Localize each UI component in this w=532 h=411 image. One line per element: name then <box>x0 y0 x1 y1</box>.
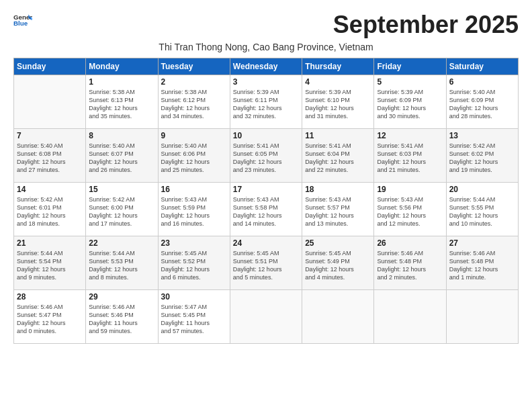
col-sunday: Sunday <box>14 58 86 75</box>
table-row: 29Sunrise: 5:46 AM Sunset: 5:46 PM Dayli… <box>86 290 158 344</box>
table-row: 6Sunrise: 5:40 AM Sunset: 6:09 PM Daylig… <box>446 75 518 129</box>
svg-text:Blue: Blue <box>13 19 28 27</box>
table-row: 5Sunrise: 5:39 AM Sunset: 6:09 PM Daylig… <box>374 75 446 129</box>
table-row: 8Sunrise: 5:40 AM Sunset: 6:07 PM Daylig… <box>86 129 158 183</box>
table-row: 17Sunrise: 5:43 AM Sunset: 5:58 PM Dayli… <box>230 183 302 236</box>
table-row: 13Sunrise: 5:42 AM Sunset: 6:02 PM Dayli… <box>446 129 518 183</box>
table-row: 21Sunrise: 5:44 AM Sunset: 5:54 PM Dayli… <box>14 236 86 290</box>
day-number: 30 <box>161 292 227 302</box>
table-row: 4Sunrise: 5:39 AM Sunset: 6:10 PM Daylig… <box>302 75 374 129</box>
day-number: 15 <box>89 185 154 194</box>
day-number: 29 <box>89 292 154 302</box>
day-number: 3 <box>233 77 299 87</box>
day-info: Sunrise: 5:40 AM Sunset: 6:07 PM Dayligh… <box>89 142 154 175</box>
table-row: 27Sunrise: 5:46 AM Sunset: 5:48 PM Dayli… <box>446 236 518 290</box>
table-row: 9Sunrise: 5:40 AM Sunset: 6:06 PM Daylig… <box>158 129 230 183</box>
col-friday: Friday <box>374 58 446 75</box>
day-number: 27 <box>449 238 515 248</box>
page: General Blue September 2025 Thi Tran Tho… <box>0 0 532 351</box>
table-row <box>230 290 302 344</box>
day-info: Sunrise: 5:38 AM Sunset: 6:12 PM Dayligh… <box>161 88 227 121</box>
table-row: 18Sunrise: 5:43 AM Sunset: 5:57 PM Dayli… <box>302 183 374 236</box>
day-info: Sunrise: 5:45 AM Sunset: 5:51 PM Dayligh… <box>233 249 299 282</box>
day-info: Sunrise: 5:45 AM Sunset: 5:49 PM Dayligh… <box>305 249 371 282</box>
table-row: 26Sunrise: 5:46 AM Sunset: 5:48 PM Dayli… <box>374 236 446 290</box>
table-row: 11Sunrise: 5:41 AM Sunset: 6:04 PM Dayli… <box>302 129 374 183</box>
day-info: Sunrise: 5:42 AM Sunset: 6:02 PM Dayligh… <box>449 142 515 175</box>
day-info: Sunrise: 5:40 AM Sunset: 6:08 PM Dayligh… <box>17 142 83 175</box>
table-row <box>14 75 86 129</box>
day-number: 14 <box>17 185 83 194</box>
table-row: 19Sunrise: 5:43 AM Sunset: 5:56 PM Dayli… <box>374 183 446 236</box>
day-info: Sunrise: 5:44 AM Sunset: 5:53 PM Dayligh… <box>89 249 154 282</box>
table-row: 12Sunrise: 5:41 AM Sunset: 6:03 PM Dayli… <box>374 129 446 183</box>
table-row: 23Sunrise: 5:45 AM Sunset: 5:52 PM Dayli… <box>158 236 230 290</box>
day-info: Sunrise: 5:39 AM Sunset: 6:11 PM Dayligh… <box>233 88 299 121</box>
table-row: 14Sunrise: 5:42 AM Sunset: 6:01 PM Dayli… <box>14 183 86 236</box>
calendar-week-row: 28Sunrise: 5:46 AM Sunset: 5:47 PM Dayli… <box>14 290 519 344</box>
table-row: 2Sunrise: 5:38 AM Sunset: 6:12 PM Daylig… <box>158 75 230 129</box>
table-row <box>374 290 446 344</box>
day-info: Sunrise: 5:42 AM Sunset: 6:01 PM Dayligh… <box>17 195 83 228</box>
day-number: 9 <box>161 131 227 140</box>
day-number: 21 <box>17 238 83 248</box>
day-info: Sunrise: 5:43 AM Sunset: 5:58 PM Dayligh… <box>233 195 299 228</box>
table-row: 16Sunrise: 5:43 AM Sunset: 5:59 PM Dayli… <box>158 183 230 236</box>
day-info: Sunrise: 5:45 AM Sunset: 5:52 PM Dayligh… <box>161 249 227 282</box>
day-info: Sunrise: 5:38 AM Sunset: 6:13 PM Dayligh… <box>89 88 154 121</box>
header-top: General Blue September 2025 <box>13 11 519 39</box>
day-number: 22 <box>89 238 154 248</box>
day-number: 6 <box>449 77 515 87</box>
day-info: Sunrise: 5:41 AM Sunset: 6:05 PM Dayligh… <box>233 142 299 175</box>
day-number: 16 <box>161 185 227 194</box>
day-info: Sunrise: 5:41 AM Sunset: 6:03 PM Dayligh… <box>377 142 443 175</box>
table-row: 20Sunrise: 5:44 AM Sunset: 5:55 PM Dayli… <box>446 183 518 236</box>
table-row: 7Sunrise: 5:40 AM Sunset: 6:08 PM Daylig… <box>14 129 86 183</box>
day-number: 18 <box>305 185 371 194</box>
table-row: 10Sunrise: 5:41 AM Sunset: 6:05 PM Dayli… <box>230 129 302 183</box>
day-info: Sunrise: 5:41 AM Sunset: 6:04 PM Dayligh… <box>305 142 371 175</box>
day-info: Sunrise: 5:43 AM Sunset: 5:56 PM Dayligh… <box>377 195 443 228</box>
day-info: Sunrise: 5:39 AM Sunset: 6:10 PM Dayligh… <box>305 88 371 121</box>
day-number: 19 <box>377 185 443 194</box>
day-number: 5 <box>377 77 443 87</box>
day-number: 1 <box>89 77 154 87</box>
day-info: Sunrise: 5:40 AM Sunset: 6:09 PM Dayligh… <box>449 88 515 121</box>
col-wednesday: Wednesday <box>230 58 302 75</box>
day-number: 23 <box>161 238 227 248</box>
col-saturday: Saturday <box>446 58 518 75</box>
day-number: 11 <box>305 131 371 140</box>
subtitle: Thi Tran Thong Nong, Cao Bang Province, … <box>13 42 519 52</box>
generalblue-logo-icon: General Blue <box>13 11 32 30</box>
day-number: 7 <box>17 131 83 140</box>
day-info: Sunrise: 5:44 AM Sunset: 5:55 PM Dayligh… <box>449 195 515 228</box>
table-row: 25Sunrise: 5:45 AM Sunset: 5:49 PM Dayli… <box>302 236 374 290</box>
day-number: 8 <box>89 131 154 140</box>
table-row: 1Sunrise: 5:38 AM Sunset: 6:13 PM Daylig… <box>86 75 158 129</box>
calendar-week-row: 7Sunrise: 5:40 AM Sunset: 6:08 PM Daylig… <box>14 129 519 183</box>
day-number: 12 <box>377 131 443 140</box>
day-number: 24 <box>233 238 299 248</box>
day-info: Sunrise: 5:46 AM Sunset: 5:47 PM Dayligh… <box>17 303 83 336</box>
day-info: Sunrise: 5:40 AM Sunset: 6:06 PM Dayligh… <box>161 142 227 175</box>
table-row: 28Sunrise: 5:46 AM Sunset: 5:47 PM Dayli… <box>14 290 86 344</box>
day-info: Sunrise: 5:46 AM Sunset: 5:48 PM Dayligh… <box>377 249 443 282</box>
table-row: 30Sunrise: 5:47 AM Sunset: 5:45 PM Dayli… <box>158 290 230 344</box>
table-row <box>446 290 518 344</box>
table-row: 22Sunrise: 5:44 AM Sunset: 5:53 PM Dayli… <box>86 236 158 290</box>
logo: General Blue <box>13 11 32 30</box>
day-info: Sunrise: 5:42 AM Sunset: 6:00 PM Dayligh… <box>89 195 154 228</box>
day-number: 25 <box>305 238 371 248</box>
col-monday: Monday <box>86 58 158 75</box>
day-info: Sunrise: 5:44 AM Sunset: 5:54 PM Dayligh… <box>17 249 83 282</box>
page-title: September 2025 <box>333 11 519 39</box>
calendar-week-row: 1Sunrise: 5:38 AM Sunset: 6:13 PM Daylig… <box>14 75 519 129</box>
calendar-table: Sunday Monday Tuesday Wednesday Thursday… <box>13 58 519 344</box>
calendar-week-row: 14Sunrise: 5:42 AM Sunset: 6:01 PM Dayli… <box>14 183 519 236</box>
col-thursday: Thursday <box>302 58 374 75</box>
day-info: Sunrise: 5:43 AM Sunset: 5:57 PM Dayligh… <box>305 195 371 228</box>
day-info: Sunrise: 5:46 AM Sunset: 5:48 PM Dayligh… <box>449 249 515 282</box>
col-tuesday: Tuesday <box>158 58 230 75</box>
day-number: 10 <box>233 131 299 140</box>
day-info: Sunrise: 5:39 AM Sunset: 6:09 PM Dayligh… <box>377 88 443 121</box>
